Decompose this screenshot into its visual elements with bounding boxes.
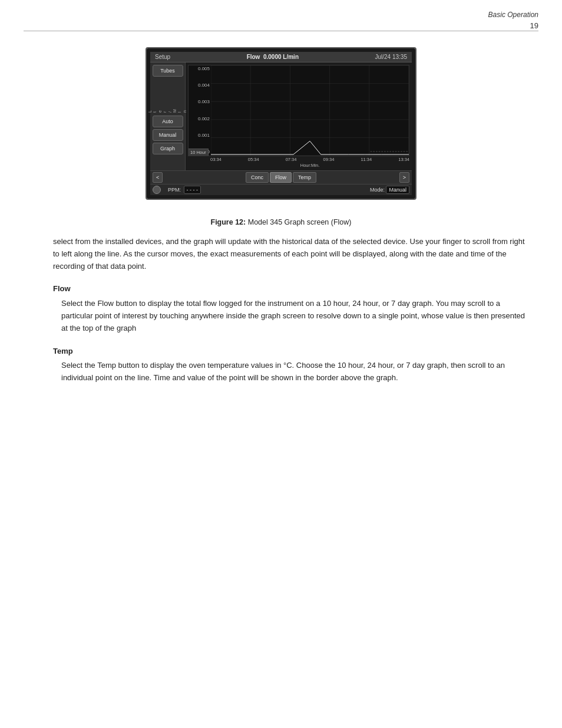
topbar-datetime: Jul/24 13:35 xyxy=(375,54,407,60)
topbar-flow-label: Flow 0.0000 L/min xyxy=(247,54,299,60)
tab-temp[interactable]: Temp xyxy=(293,172,316,183)
section-heading-temp: Temp xyxy=(53,345,527,358)
device-screenshot: Setup Flow 0.0000 L/min Jul/24 13:35 Tub… xyxy=(146,47,416,200)
figure-caption: Figure 12: Model 345 Graph screen (Flow) xyxy=(210,218,351,226)
device-topbar: Setup Flow 0.0000 L/min Jul/24 13:35 xyxy=(150,52,412,62)
status-mode: Mode: Manual xyxy=(370,187,409,193)
device-bottom-tabs: < Conc Flow Temp > xyxy=(150,170,412,184)
device-sidebar: Tubes Lter/Mln Auto Manual Graph xyxy=(150,62,186,170)
page-number: 19 xyxy=(530,21,538,30)
tab-nav-left[interactable]: < xyxy=(153,172,163,183)
body-text: select from the installed devices, and t… xyxy=(53,236,527,384)
graph-x-label: Hour:Min. xyxy=(210,163,409,168)
graph-hour-label: 10 Hour xyxy=(189,149,209,156)
sidebar-btn-tubes[interactable]: Tubes xyxy=(153,65,183,77)
device-graph-area: 0.005 0.004 0.003 0.002 0.001 0.000 xyxy=(186,62,412,170)
graph-y-axis: 0.005 0.004 0.003 0.002 0.001 0.000 xyxy=(189,65,211,156)
section-heading-flow: Flow xyxy=(53,283,527,295)
tab-conc[interactable]: Conc xyxy=(246,172,269,183)
ppm-value: - - - - xyxy=(184,186,201,194)
section-body-flow: Select the Flow button to display the to… xyxy=(53,298,527,334)
intro-paragraph: select from the installed devices, and t… xyxy=(53,236,527,272)
sidebar-btn-manual[interactable]: Manual xyxy=(153,129,183,141)
section-body-temp: Select the Temp button to display the ov… xyxy=(53,360,527,384)
section-title: Basic Operation xyxy=(488,11,538,19)
sidebar-label-liter: Lter/Mln xyxy=(148,78,187,114)
sidebar-btn-graph[interactable]: Graph xyxy=(153,143,183,154)
device-statusbar: PPM: - - - - Mode: Manual xyxy=(150,184,412,195)
device-main: Tubes Lter/Mln Auto Manual Graph 0.005 0… xyxy=(150,62,412,170)
graph-canvas: 0.005 0.004 0.003 0.002 0.001 0.000 xyxy=(188,65,409,156)
status-indicator xyxy=(153,186,161,194)
graph-plot xyxy=(211,65,409,156)
tab-flow[interactable]: Flow xyxy=(270,172,292,183)
topbar-setup: Setup xyxy=(155,54,170,60)
sidebar-btn-auto[interactable]: Auto xyxy=(153,116,183,127)
tab-nav-right[interactable]: > xyxy=(399,172,409,183)
status-ppm: PPM: - - - - xyxy=(168,187,201,193)
graph-x-axis: 03:34 05:34 07:34 09:34 11:34 13:34 xyxy=(210,157,409,162)
mode-value: Manual xyxy=(386,186,409,194)
header-divider xyxy=(24,31,538,31)
